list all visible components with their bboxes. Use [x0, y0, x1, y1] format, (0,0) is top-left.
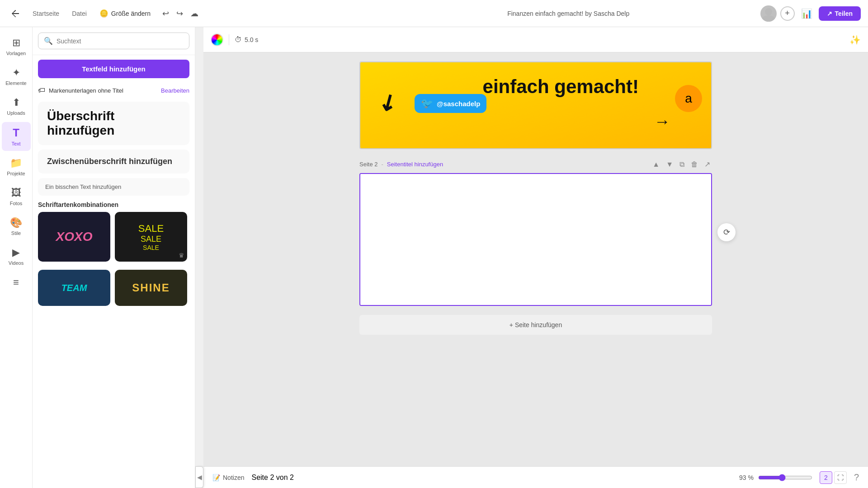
sidebar-item-videos[interactable]: ▶ Videos — [2, 242, 31, 270]
ai-magic-button[interactable]: ✨ — [849, 34, 861, 45]
canvas-toolbar: ⏱ 5.0 s ✨ — [203, 27, 868, 52]
shine-combo-text: SHINE — [132, 282, 170, 294]
main-layout: ⊞ Vorlagen ✦ Elemente ⬆ Uploads T Text 📁… — [0, 27, 868, 488]
view-buttons: 2 ⛶ — [820, 471, 847, 484]
hide-panel-button[interactable]: ◀ — [195, 466, 203, 488]
share-button[interactable]: ↗ Teilen — [819, 6, 861, 21]
zoom-slider[interactable] — [758, 474, 812, 481]
teal-combo-text: TEAM — [61, 283, 87, 293]
page2-header-left: Seite 2 - Seitentitel hinzufügen — [359, 161, 443, 168]
canvas-scroll[interactable]: ↙ 🐦 @saschadelp einfach gemacht! a → — [203, 52, 868, 466]
page2-header: Seite 2 - Seitentitel hinzufügen ▲ ▼ ⧉ 🗑… — [359, 158, 712, 170]
page2-wrapper: Seite 2 - Seitentitel hinzufügen ▲ ▼ ⧉ 🗑… — [359, 158, 712, 306]
notes-icon: 📝 — [212, 474, 220, 481]
file-button[interactable]: Datei — [68, 7, 90, 20]
sidebar-item-stile[interactable]: 🎨 Stile — [2, 212, 31, 240]
videos-icon: ▶ — [12, 247, 20, 258]
sidebar-item-projekte[interactable]: 📁 Projekte — [2, 153, 31, 181]
add-page-wrapper: + Seite hinzufügen — [359, 310, 712, 335]
twitter-handle: @saschadelp — [437, 100, 480, 108]
font-combo-teal[interactable]: TEAM ♛ — [38, 270, 110, 306]
save-cloud-button[interactable]: ☁ — [188, 6, 201, 21]
search-icon: 🔍 — [44, 37, 53, 45]
vorlagen-icon: ⊞ — [12, 37, 20, 49]
add-subheading-card[interactable]: Zwischenüberschrift hinzufügen — [38, 150, 189, 174]
twitter-icon: 🐦 — [421, 98, 433, 109]
page2-slide[interactable] — [359, 173, 712, 306]
page-num-badge[interactable]: 2 — [820, 471, 832, 484]
stile-icon: 🎨 — [10, 217, 22, 229]
search-section: 🔍 — [33, 27, 195, 55]
project-title: Finanzen einfach gemacht! by Sascha Delp — [384, 10, 753, 17]
analytics-icon[interactable]: 📊 — [798, 5, 815, 22]
sidebar-item-text[interactable]: T Text — [2, 122, 31, 151]
sidebar-item-vorlagen[interactable]: ⊞ Vorlagen — [2, 33, 31, 61]
page-down-button[interactable]: ▼ — [664, 159, 675, 170]
share-icon: ↗ — [827, 10, 832, 17]
sidebar-item-label: Videos — [9, 260, 24, 266]
sidebar-item-label: Elemente — [5, 80, 26, 86]
canvas-area: ⏱ 5.0 s ✨ ↙ 🐦 @saschadelp einfach gemach… — [203, 27, 868, 488]
elemente-icon: ✦ — [12, 67, 20, 79]
sidebar: ⊞ Vorlagen ✦ Elemente ⬆ Uploads T Text 📁… — [0, 27, 33, 488]
add-heading-card[interactable]: Überschrift hinzufügen — [38, 102, 189, 145]
redo-button[interactable]: ↪ — [174, 6, 186, 21]
page2-label: Seite 2 — [359, 161, 377, 168]
add-body-text-card[interactable]: Ein bisschen Text hinzufügen — [38, 178, 189, 196]
page1-main-text: einfach gemacht! — [483, 76, 639, 98]
add-collaborator-button[interactable]: + — [780, 6, 795, 21]
page-delete-button[interactable]: 🗑 — [689, 159, 700, 170]
page2-title-input[interactable]: Seitentitel hinzufügen — [387, 161, 443, 168]
sidebar-item-label: Text — [11, 141, 20, 146]
panel-content: Überschrift hinzufügen Zwischenüberschri… — [33, 98, 195, 488]
home-button[interactable]: Startseite — [29, 7, 63, 20]
sale-line1: SALE — [138, 223, 164, 235]
page-share-button[interactable]: ↗ — [703, 158, 712, 170]
arrow-right-decoration: → — [654, 112, 670, 131]
font-combo-xoxo[interactable]: XOXO — [38, 212, 110, 262]
resize-button[interactable]: 🪙 Größe ändern — [96, 6, 154, 20]
page2-separator: - — [381, 161, 383, 168]
sidebar-item-label: Uploads — [7, 110, 25, 116]
svg-point-0 — [765, 8, 772, 15]
expand-view-button[interactable]: ⛶ — [834, 471, 847, 484]
projekte-icon: 📁 — [10, 157, 22, 169]
refresh-button[interactable]: ⟳ — [717, 223, 736, 241]
brand-edit-button[interactable]: Bearbeiten — [161, 87, 189, 94]
text-icon: T — [13, 127, 19, 139]
add-text-button[interactable]: Textfeld hinzufügen — [38, 60, 189, 78]
sidebar-item-elemente[interactable]: ✦ Elemente — [2, 62, 31, 90]
sale-line3: SALE — [143, 244, 159, 251]
page-indicator: Seite 2 von 2 — [251, 474, 293, 482]
text-panel: 🔍 Textfeld hinzufügen 🏷 Markenunterlagen… — [33, 27, 195, 488]
share-label: Teilen — [835, 10, 853, 17]
color-wheel[interactable] — [211, 33, 223, 46]
help-button[interactable]: ? — [854, 472, 859, 483]
page-up-button[interactable]: ▲ — [651, 159, 661, 170]
search-input[interactable] — [57, 38, 184, 45]
top-bar-left: Startseite Datei 🪙 Größe ändern ↩ ↪ ☁ — [7, 6, 377, 21]
back-icon — [11, 9, 20, 18]
sidebar-item-fotos[interactable]: 🖼 Fotos — [2, 183, 31, 211]
back-button[interactable] — [7, 6, 24, 21]
page1-wrapper: ↙ 🐦 @saschadelp einfach gemacht! a → — [359, 61, 712, 149]
bottom-bar: 📝 Notizen Seite 2 von 2 93 % 2 ⛶ ? — [203, 466, 868, 488]
sidebar-item-muster[interactable]: ≡ — [2, 272, 31, 293]
top-bar: Startseite Datei 🪙 Größe ändern ↩ ↪ ☁ Fi… — [0, 0, 868, 27]
avatar — [760, 5, 777, 22]
notes-button[interactable]: 📝 Notizen — [212, 474, 244, 481]
sale-line2: SALE — [141, 235, 161, 244]
zoom-label: 93 % — [739, 474, 754, 481]
xoxo-text: XOXO — [56, 230, 93, 244]
font-combos-title: Schriftartenkombinationen — [38, 201, 189, 208]
undo-button[interactable]: ↩ — [160, 6, 172, 21]
sidebar-item-uploads[interactable]: ⬆ Uploads — [2, 92, 31, 120]
page1-slide[interactable]: ↙ 🐦 @saschadelp einfach gemacht! a → — [359, 61, 712, 149]
page-duplicate-button[interactable]: ⧉ — [678, 159, 686, 170]
font-combo-sale[interactable]: SALE SALE SALE ♛ — [115, 212, 187, 262]
timer-display: ⏱ 5.0 s — [235, 36, 258, 44]
font-combos-grid: XOXO SALE SALE SALE ♛ — [38, 212, 189, 262]
resize-icon: 🪙 — [99, 9, 108, 18]
font-combo-shine[interactable]: SHINE ♛ — [115, 270, 187, 306]
add-page-button[interactable]: + Seite hinzufügen — [359, 315, 712, 335]
